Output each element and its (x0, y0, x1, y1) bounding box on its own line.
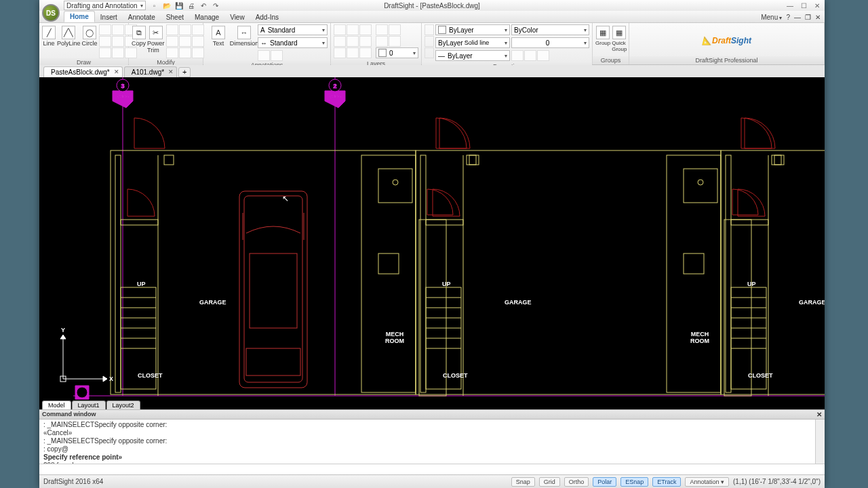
circle-button[interactable]: ◯Circle (82, 24, 98, 47)
layer-tools-3[interactable] (334, 47, 374, 58)
app-menu-button[interactable]: DS (42, 4, 60, 22)
linetype-combo[interactable]: ByLayerSolid line (435, 37, 510, 48)
quickgroup-button[interactable]: ▦Quick Group (612, 24, 627, 52)
panel-label-groups: Groups (593, 56, 629, 64)
proptool2-icon[interactable] (425, 47, 434, 58)
ortho-toggle[interactable]: Ortho (564, 477, 589, 487)
file-tab-1[interactable]: PasteAsBlock.dwg*✕ (43, 66, 123, 77)
svg-text:UP: UP (137, 281, 146, 287)
command-scrollbar[interactable] (815, 420, 825, 464)
text-style-combo[interactable]: AStandard (258, 24, 328, 35)
polyline-button[interactable]: ╱╲PolyLine (57, 24, 81, 47)
anno-more[interactable] (258, 50, 328, 61)
tab-annotate[interactable]: Annotate (123, 12, 161, 22)
modify-more[interactable] (166, 24, 204, 58)
menu-dropdown[interactable]: Menu (761, 14, 782, 21)
layer-tools-5[interactable] (376, 36, 418, 47)
grid-toggle[interactable]: Grid (539, 477, 560, 487)
dim-style-combo[interactable]: ↔Standard (258, 37, 328, 48)
doc-close-icon[interactable]: ✕ (815, 14, 821, 21)
svg-rect-18 (378, 169, 412, 203)
etrack-toggle[interactable]: ETrack (652, 477, 681, 487)
maximize-button[interactable]: ☐ (799, 2, 808, 9)
svg-rect-34 (246, 348, 300, 375)
command-input[interactable] (39, 464, 825, 474)
command-close-icon[interactable]: ✕ (816, 411, 822, 418)
annotation-toggle[interactable]: Annotation ▾ (685, 477, 729, 487)
proptool-icon[interactable] (425, 36, 434, 47)
sheet-layout2[interactable]: Layout2 (106, 401, 140, 409)
close-button[interactable]: ✕ (812, 2, 822, 9)
new-icon[interactable]: ▫ (150, 1, 159, 10)
doc-restore-icon[interactable]: ❐ (805, 14, 811, 21)
tab-addins[interactable]: Add-Ins (250, 12, 284, 22)
panel-annotations: AText ↔Dimension AStandard ↔Standard Ann… (203, 23, 331, 64)
circle-icon: ◯ (83, 26, 96, 39)
svg-marker-40 (60, 335, 66, 339)
close-tab-1-icon[interactable]: ✕ (114, 68, 119, 75)
polar-toggle[interactable]: Polar (593, 477, 616, 487)
trim-icon: ✂ (149, 26, 163, 39)
sheet-layout1[interactable]: Layout1 (72, 401, 106, 409)
panel-modify: ⧉Copy ✂Power Trim Modify (129, 23, 203, 64)
close-tab-2-icon[interactable]: ✕ (168, 68, 174, 75)
text-icon: A (212, 26, 225, 39)
redo-icon[interactable]: ↷ (211, 1, 220, 10)
lineweight-combo[interactable]: —ByLayer (435, 50, 510, 61)
layer-tools-4[interactable] (376, 24, 418, 35)
matchprops-icon[interactable] (425, 24, 434, 35)
prop-more[interactable] (511, 50, 589, 61)
tab-home[interactable]: Home (64, 11, 95, 22)
drawing-canvas[interactable]: 3 A105 2 A105 (39, 77, 825, 409)
panel-pro: 📐DraftSight DraftSight Professional (629, 23, 825, 64)
add-tab-button[interactable]: + (178, 67, 191, 77)
tab-sheet[interactable]: Sheet (161, 12, 189, 22)
line-button[interactable]: ╱Line (42, 24, 56, 47)
layer-combo[interactable]: 0 (376, 47, 418, 58)
svg-rect-33 (250, 253, 297, 328)
svg-text:CLOSET: CLOSET (443, 372, 468, 379)
status-version: DraftSight 2016 x64 (43, 478, 103, 485)
command-history[interactable]: : _MAINSELECTSpecify opposite corner: «C… (39, 420, 825, 464)
color-combo[interactable]: ByLayer (435, 24, 510, 35)
sheet-model[interactable]: Model (42, 401, 71, 409)
file-tab-2[interactable]: A101.dwg*✕ (124, 66, 177, 77)
quickgroup-icon: ▦ (612, 26, 626, 39)
tab-manage[interactable]: Manage (189, 12, 224, 22)
powertrim-button[interactable]: ✂Power Trim (147, 24, 165, 54)
panel-properties: ByLayer ByLayerSolid line —ByLayer ByCol… (422, 23, 593, 64)
tab-view[interactable]: View (224, 12, 250, 22)
line-icon: ╱ (42, 26, 56, 39)
window-title: DraftSight - [PasteAsBlock.dwg] (384, 2, 480, 9)
workspace-label: Drafting and Annotation (66, 2, 138, 9)
svg-text:GARAGE: GARAGE (799, 299, 825, 306)
print-icon[interactable]: 🖨 (186, 1, 196, 10)
polyline-icon: ╱╲ (62, 26, 75, 39)
open-icon[interactable]: 📂 (162, 1, 172, 10)
layer-tools-2[interactable] (334, 36, 374, 47)
dimension-button[interactable]: ↔Dimension (232, 24, 256, 47)
snap-toggle[interactable]: Snap (511, 477, 535, 487)
svg-rect-32 (244, 196, 302, 382)
svg-text:A105: A105 (330, 94, 341, 99)
workspace-selector[interactable]: Drafting and Annotation (64, 1, 146, 10)
group-button[interactable]: ▦Group (595, 24, 610, 46)
svg-text:2: 2 (333, 83, 336, 89)
weight-input[interactable]: 0 (511, 37, 589, 48)
doc-minimize-icon[interactable]: — (794, 14, 801, 21)
svg-text:GARAGE: GARAGE (505, 299, 532, 306)
svg-text:MECH: MECH (386, 331, 404, 338)
undo-icon[interactable]: ↶ (199, 1, 208, 10)
group-icon: ▦ (596, 26, 610, 39)
minimize-button[interactable]: — (785, 2, 795, 9)
help-button[interactable]: ? (786, 14, 790, 21)
layer-tools-1[interactable] (334, 24, 374, 35)
copy-button[interactable]: ⧉Copy (132, 24, 146, 47)
bycolor-combo[interactable]: ByColor (511, 24, 589, 35)
esnap-toggle[interactable]: ESnap (620, 477, 648, 487)
text-button[interactable]: AText (206, 24, 231, 47)
panel-layers: 0 Layers (331, 23, 422, 64)
svg-marker-1 (113, 91, 133, 108)
save-icon[interactable]: 💾 (174, 1, 184, 10)
tab-insert[interactable]: Insert (95, 12, 123, 22)
